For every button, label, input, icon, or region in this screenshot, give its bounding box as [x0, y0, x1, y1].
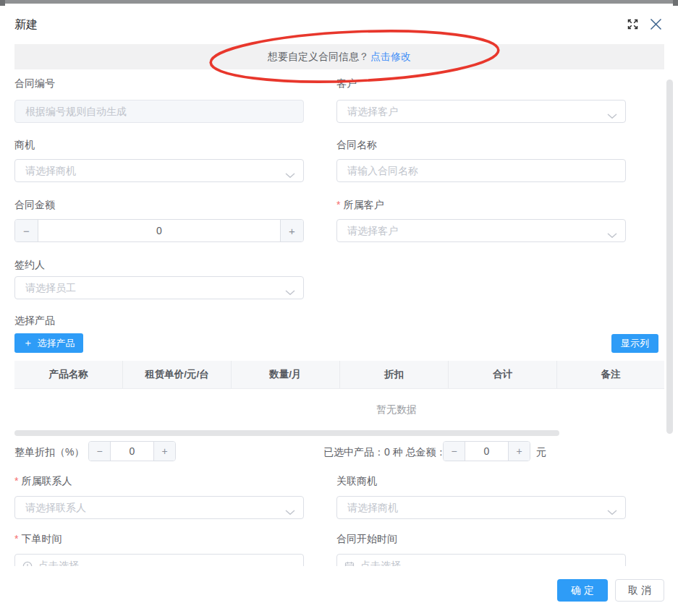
- column-header: 数量/月: [232, 361, 340, 388]
- required-asterisk: *: [14, 475, 18, 487]
- total-amount-value[interactable]: 0: [465, 442, 508, 461]
- fullscreen-icon[interactable]: [627, 18, 639, 33]
- customer-label: 客户: [336, 77, 357, 90]
- show-columns-button[interactable]: 显示列: [611, 334, 658, 353]
- signer-label: 签约人: [14, 258, 45, 272]
- increase-button[interactable]: +: [280, 220, 303, 241]
- decrease-button[interactable]: −: [15, 220, 38, 241]
- selected-products-summary: 已选中产品：0 种 总金额：: [323, 446, 446, 459]
- select-product-section-label: 选择产品: [14, 314, 55, 328]
- whole-discount-stepper: − 0 +: [88, 441, 176, 461]
- plus-icon: ＋: [23, 337, 33, 350]
- column-header: 备注: [557, 361, 664, 388]
- customer-select[interactable]: [336, 100, 626, 123]
- cancel-button[interactable]: 取 消: [615, 579, 664, 602]
- column-header: 租赁单价/元/台: [123, 361, 232, 388]
- required-asterisk: *: [14, 533, 18, 544]
- table-empty-text: 暂无数据: [376, 403, 417, 416]
- window-top-edge-left-cap: [0, 0, 5, 6]
- contract-number-label: 合同编号: [14, 77, 55, 90]
- contract-name-input[interactable]: [336, 159, 626, 182]
- confirm-button[interactable]: 确 定: [557, 579, 608, 602]
- add-product-button[interactable]: ＋ 选择产品: [14, 333, 83, 353]
- related-opportunity-label: 关联商机: [336, 474, 377, 488]
- contract-number-input[interactable]: [14, 100, 304, 123]
- currency-unit-label: 元: [536, 446, 546, 459]
- opportunity-select[interactable]: [14, 159, 304, 182]
- new-contract-dialog: 新建 想要自定义合同信息？ 点击修改 合同编号 客户: [0, 0, 678, 616]
- vertical-scrollbar[interactable]: [666, 80, 673, 434]
- decrease-button[interactable]: −: [444, 442, 465, 461]
- product-table-header: 产品名称 租赁单价/元/台 数量/月 折扣 合计 备注: [14, 361, 664, 389]
- owner-contact-select[interactable]: [14, 496, 304, 519]
- increase-button[interactable]: +: [508, 442, 530, 461]
- dialog-title: 新建: [14, 17, 38, 33]
- total-amount-stepper: − 0 +: [443, 441, 530, 461]
- required-asterisk: *: [336, 199, 340, 210]
- column-header: 合计: [449, 361, 557, 388]
- column-header: 产品名称: [14, 361, 123, 388]
- opportunity-label: 商机: [14, 138, 35, 152]
- table-horizontal-scrollbar[interactable]: [14, 430, 559, 436]
- contract-start-time-label: 合同开始时间: [336, 532, 397, 546]
- increase-button[interactable]: +: [153, 442, 175, 461]
- column-header: 折扣: [340, 361, 449, 388]
- decrease-button[interactable]: −: [89, 442, 111, 461]
- signer-select[interactable]: [14, 276, 304, 299]
- customize-banner: 想要自定义合同信息？ 点击修改: [14, 44, 664, 69]
- banner-question: 想要自定义合同信息？: [268, 51, 369, 64]
- dialog-footer: 确 定 取 消: [0, 566, 678, 616]
- related-opportunity-select[interactable]: [336, 496, 626, 519]
- window-top-edge: [0, 0, 678, 4]
- whole-discount-value[interactable]: 0: [111, 442, 153, 461]
- contract-amount-stepper: − 0 +: [14, 219, 304, 242]
- owner-customer-select[interactable]: [336, 219, 626, 242]
- contract-name-label: 合同名称: [336, 138, 377, 152]
- window-top-edge-right-cap: [673, 0, 678, 6]
- banner-edit-link[interactable]: 点击修改: [370, 51, 411, 64]
- whole-discount-label: 整单折扣（%）：: [14, 446, 94, 459]
- owner-customer-label: *所属客户: [336, 198, 384, 212]
- order-time-label: *下单时间: [14, 532, 62, 546]
- contract-amount-value[interactable]: 0: [38, 220, 280, 241]
- owner-contact-label: *所属联系人: [14, 474, 72, 488]
- contract-amount-label: 合同金额: [14, 198, 55, 212]
- close-icon[interactable]: [649, 17, 663, 34]
